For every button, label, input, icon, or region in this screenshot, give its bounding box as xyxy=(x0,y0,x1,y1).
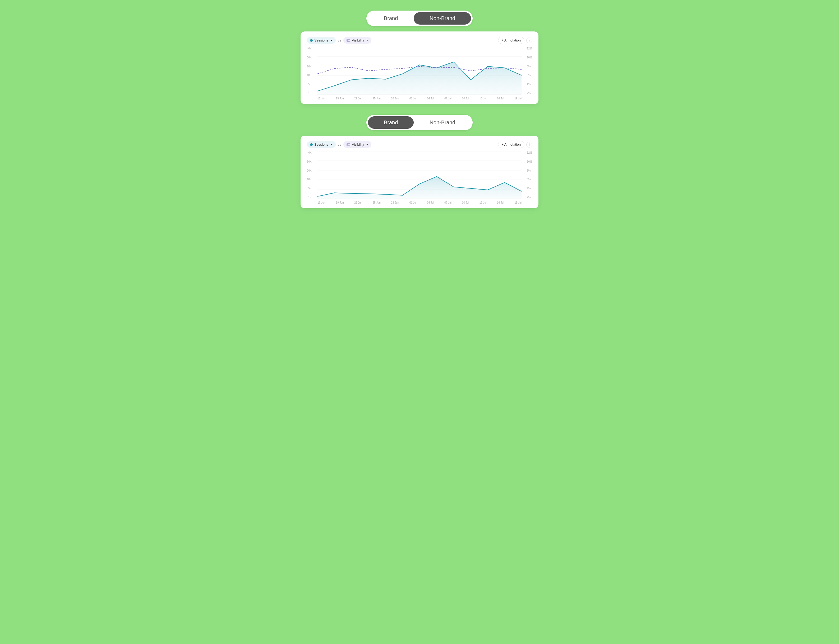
x-label-1-4: 28 Jun xyxy=(391,97,399,100)
sessions-button-2[interactable]: Sessions xyxy=(307,141,336,148)
y-left-label-1-4: 5K xyxy=(309,83,312,85)
chart-header-2: Sessions vs Visibility + Annotation i xyxy=(307,141,532,148)
y-right-label-2-4: 4% xyxy=(527,187,530,190)
visibility-button-1[interactable]: Visibility xyxy=(343,37,372,44)
chart-controls-left-2: Sessions vs Visibility xyxy=(307,141,371,148)
y-left-label-2-5: 1K xyxy=(309,196,312,199)
y-right-label-1-5: 2% xyxy=(527,92,530,95)
visibility-label-1: Visibility xyxy=(352,38,364,42)
x-label-1-1: 19 Jun xyxy=(336,97,344,100)
vs-label-2: vs xyxy=(338,143,341,146)
nonbrand-toggle-2[interactable]: Non-Brand xyxy=(414,116,471,129)
x-label-2-9: 13 Jul xyxy=(479,201,487,204)
x-label-2-5: 01 Jul xyxy=(409,201,417,204)
y-left-label-1-0: 40K xyxy=(307,47,312,50)
x-label-1-3: 25 Jun xyxy=(373,97,381,100)
chart-card-2: Sessions vs Visibility + Annotation i xyxy=(300,136,539,208)
x-label-1-9: 13 Jul xyxy=(479,97,487,100)
y-right-label-1-0: 12% xyxy=(527,47,532,50)
chart-controls-left-1: Sessions vs Visibility xyxy=(307,37,371,44)
visibility-chevron-1 xyxy=(366,39,368,41)
y-right-label-1-3: 6% xyxy=(527,74,530,77)
visibility-icon-2 xyxy=(346,143,350,146)
y-left-label-2-3: 10K xyxy=(307,178,312,181)
y-right-label-2-0: 12% xyxy=(527,151,532,154)
toggle-group-1: Brand Non-Brand xyxy=(366,11,473,26)
y-right-label-2-5: 2% xyxy=(527,196,530,199)
section-1: Brand Non-Brand Sessions vs Visibility xyxy=(300,11,539,104)
x-label-2-11: 19 Jul xyxy=(514,201,522,204)
chart-svg-element-1 xyxy=(317,47,522,95)
annotation-button-2[interactable]: + Annotation xyxy=(498,141,524,148)
x-label-1-5: 01 Jul xyxy=(409,97,417,100)
x-label-1-6: 04 Jul xyxy=(427,97,434,100)
x-label-1-10: 16 Jul xyxy=(497,97,504,100)
sessions-label-2: Sessions xyxy=(314,143,328,146)
y-right-label-2-1: 10% xyxy=(527,160,532,163)
chart-area-1: 40K 30K 20K 10K 5K 1K 12% 10% 8% 6% 4% 2… xyxy=(317,47,522,100)
chart-area-2: 40K 30K 20K 10K 5K 1K 12% 10% 8% 6% 4% 2… xyxy=(317,151,522,204)
x-axis-2: 16 Jun 19 Jun 22 Jun 25 Jun 28 Jun 01 Ju… xyxy=(317,201,522,204)
sessions-label-1: Sessions xyxy=(314,38,328,42)
y-left-label-2-1: 30K xyxy=(307,160,312,163)
y-right-label-2-3: 6% xyxy=(527,178,530,181)
x-label-2-1: 19 Jun xyxy=(336,201,344,204)
chart-card-1: Sessions vs Visibility + Annotation i xyxy=(300,31,539,104)
brand-toggle-1[interactable]: Brand xyxy=(368,12,414,25)
y-left-label-2-4: 5K xyxy=(309,187,312,190)
x-label-1-7: 07 Jul xyxy=(444,97,452,100)
x-label-2-8: 10 Jul xyxy=(462,201,469,204)
toggle-group-2: Brand Non-Brand xyxy=(366,115,473,130)
visibility-icon-1 xyxy=(346,39,350,42)
x-axis-1: 16 Jun 19 Jun 22 Jun 25 Jun 28 Jun 01 Ju… xyxy=(317,97,522,100)
y-right-label-1-1: 10% xyxy=(527,56,532,59)
y-left-label-1-1: 30K xyxy=(307,56,312,59)
y-axis-left-2: 40K 30K 20K 10K 5K 1K xyxy=(307,151,313,199)
sessions-chevron-2 xyxy=(330,144,333,145)
info-button-1[interactable]: i xyxy=(526,38,532,43)
info-button-2[interactable]: i xyxy=(526,142,532,148)
x-label-2-6: 04 Jul xyxy=(427,201,434,204)
y-right-label-2-2: 8% xyxy=(527,169,530,172)
x-label-2-10: 16 Jul xyxy=(497,201,504,204)
svg-rect-9 xyxy=(347,144,348,145)
visibility-chevron-2 xyxy=(366,144,368,145)
y-left-label-1-2: 20K xyxy=(307,65,312,68)
chart-controls-right-1: + Annotation i xyxy=(498,37,532,44)
y-left-label-1-3: 10K xyxy=(307,74,312,77)
y-axis-left-1: 40K 30K 20K 10K 5K 1K xyxy=(307,47,313,95)
annotation-button-1[interactable]: + Annotation xyxy=(498,37,524,44)
chart-controls-right-2: + Annotation i xyxy=(498,141,532,148)
y-right-label-1-2: 8% xyxy=(527,65,530,68)
x-label-2-0: 16 Jun xyxy=(317,201,325,204)
x-label-1-8: 10 Jul xyxy=(462,97,469,100)
visibility-label-2: Visibility xyxy=(352,143,364,146)
x-label-1-2: 22 Jun xyxy=(354,97,362,100)
brand-toggle-2[interactable]: Brand xyxy=(368,116,414,129)
section-2: Brand Non-Brand Sessions vs Visibility xyxy=(300,115,539,208)
y-axis-right-1: 12% 10% 8% 6% 4% 2% xyxy=(525,47,532,95)
visibility-button-2[interactable]: Visibility xyxy=(343,141,372,148)
vs-label-1: vs xyxy=(338,38,341,42)
x-label-1-11: 19 Jul xyxy=(514,97,522,100)
sessions-button-1[interactable]: Sessions xyxy=(307,37,336,44)
x-label-2-4: 28 Jun xyxy=(391,201,399,204)
y-axis-right-2: 12% 10% 8% 6% 4% 2% xyxy=(525,151,532,199)
x-label-2-3: 25 Jun xyxy=(373,201,381,204)
y-left-label-2-2: 20K xyxy=(307,169,312,172)
chart-svg-2 xyxy=(317,151,522,199)
x-label-2-2: 22 Jun xyxy=(354,201,362,204)
y-left-label-1-5: 1K xyxy=(309,92,312,95)
chart-svg-element-2 xyxy=(317,151,522,199)
y-left-label-2-0: 40K xyxy=(307,151,312,154)
y-right-label-1-4: 4% xyxy=(527,83,530,85)
sessions-dot-2 xyxy=(310,143,313,146)
sessions-dot-1 xyxy=(310,39,313,42)
sessions-chevron-1 xyxy=(330,39,333,41)
chart-header-1: Sessions vs Visibility + Annotation i xyxy=(307,37,532,44)
nonbrand-toggle-1[interactable]: Non-Brand xyxy=(414,12,471,25)
svg-rect-1 xyxy=(347,40,348,41)
chart-svg-1 xyxy=(317,47,522,95)
x-label-2-7: 07 Jul xyxy=(444,201,452,204)
x-label-1-0: 16 Jun xyxy=(317,97,325,100)
